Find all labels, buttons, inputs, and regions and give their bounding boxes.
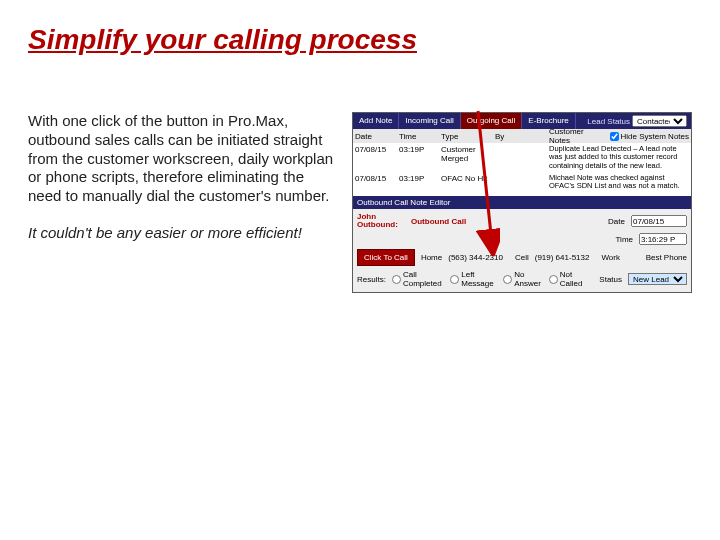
table-row[interactable]: 07/08/15 03:19P OFAC No Hit Michael Note… <box>353 172 691 193</box>
editor-title: Outbound Call Note Editor <box>353 196 691 209</box>
cell-label: Cell <box>515 253 529 262</box>
slide-title: Simplify your calling process <box>28 24 692 56</box>
hide-system-checkbox[interactable] <box>610 132 619 141</box>
cell-time: 03:19P <box>399 174 437 191</box>
col-by: By <box>495 132 545 141</box>
tab-incoming-call[interactable]: Incoming Call <box>399 113 460 129</box>
body-paragraph: With one click of the button in Pro.Max,… <box>28 112 334 206</box>
home-number: (563) 344-2310 <box>448 253 503 262</box>
date-label: Date <box>608 217 625 226</box>
result-noanswer-label: No Answer <box>514 270 543 288</box>
cell-by <box>495 145 545 170</box>
lead-status-label: Lead Status <box>587 117 630 126</box>
home-label: Home <box>421 253 442 262</box>
table-row[interactable]: 07/08/15 03:19P Customer Merged Duplicat… <box>353 143 691 172</box>
person-label: John Outbound: <box>357 213 405 229</box>
cell-type: Customer Merged <box>441 145 491 170</box>
cell-notes: Michael Note was checked against OFAC's … <box>549 174 689 191</box>
cell-date: 07/08/15 <box>355 174 395 191</box>
result-notcalled-label: Not Called <box>560 270 588 288</box>
call-type-label: Outbound Call <box>411 217 466 226</box>
results-label: Results: <box>357 275 386 284</box>
result-no-answer[interactable]: No Answer <box>503 270 543 288</box>
best-phone-label: Best Phone <box>646 253 687 262</box>
time-input[interactable] <box>639 233 687 245</box>
click-to-call-button[interactable]: Click To Call <box>357 249 415 266</box>
promax-screenshot: Add Note Incoming Call Outgoing Call E-B… <box>352 112 692 293</box>
result-leftmsg-label: Left Message <box>461 270 497 288</box>
time-label: Time <box>616 235 633 244</box>
result-contacted-label: Call Completed <box>403 270 444 288</box>
col-notes: Customer Notes <box>549 127 606 145</box>
col-time: Time <box>399 132 437 141</box>
col-type: Type <box>441 132 491 141</box>
cell-by <box>495 174 545 191</box>
hide-system-notes[interactable]: Hide System Notes <box>610 132 689 141</box>
work-label: Work <box>601 253 620 262</box>
status-label: Status <box>599 275 622 284</box>
tab-outgoing-call[interactable]: Outgoing Call <box>461 113 522 129</box>
tab-add-note[interactable]: Add Note <box>353 113 399 129</box>
result-left-message[interactable]: Left Message <box>450 270 497 288</box>
cell-date: 07/08/15 <box>355 145 395 170</box>
cell-number: (919) 641-5132 <box>535 253 590 262</box>
cell-type: OFAC No Hit <box>441 174 491 191</box>
hide-system-label: Hide System Notes <box>621 132 689 141</box>
result-contacted[interactable]: Call Completed <box>392 270 444 288</box>
cell-notes: Duplicate Lead Detected – A lead note wa… <box>549 145 689 170</box>
cell-time: 03:19P <box>399 145 437 170</box>
date-input[interactable] <box>631 215 687 227</box>
status-select[interactable]: New Lead <box>628 273 687 285</box>
col-date: Date <box>355 132 395 141</box>
lead-status-select[interactable]: Contacted <box>632 115 687 127</box>
result-not-called[interactable]: Not Called <box>549 270 588 288</box>
tagline: It couldn't be any easier or more effici… <box>28 224 334 243</box>
